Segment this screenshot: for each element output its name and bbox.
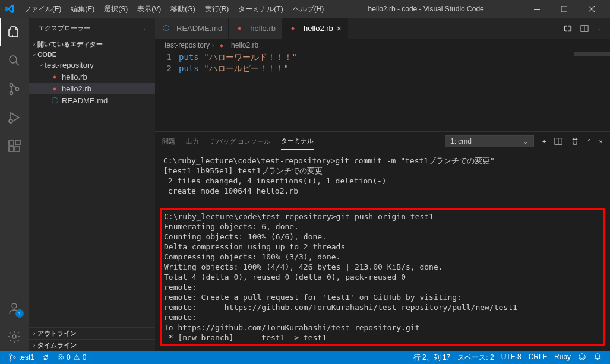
close-tab-icon[interactable]: ×	[337, 24, 342, 33]
tab-hello[interactable]: ◆ hello.rb	[229, 18, 282, 39]
branch-status[interactable]: test1	[5, 351, 38, 364]
svg-point-4	[10, 92, 13, 95]
svg-rect-8	[9, 147, 14, 151]
sidebar: エクスプローラー ··· › 開いているエディター › CODE › test-…	[29, 18, 155, 351]
errors-status[interactable]: 0 0	[53, 351, 90, 364]
maximize-panel-icon[interactable]: ^	[587, 138, 590, 145]
settings-icon[interactable]	[0, 322, 29, 351]
eol-status[interactable]: CRLF	[525, 353, 551, 361]
panel-tab-problems[interactable]: 問題	[162, 134, 175, 150]
menu-help[interactable]: ヘルプ(H)	[288, 2, 329, 17]
svg-point-5	[16, 88, 19, 91]
compare-icon[interactable]	[564, 24, 572, 33]
line-numbers: 1 2	[155, 52, 179, 131]
svg-rect-9	[15, 147, 20, 151]
menu-go[interactable]: 移動(G)	[166, 2, 200, 17]
info-icon: ⓘ	[161, 24, 170, 33]
tree-file[interactable]: ◆ hello.rb	[29, 71, 155, 83]
tree-file[interactable]: ⓘ README.md	[29, 94, 155, 106]
more-icon[interactable]: ···	[597, 24, 603, 33]
new-terminal-icon[interactable]: +	[542, 138, 546, 145]
folder-root-label: CODE	[37, 51, 56, 58]
menu-edit[interactable]: 編集(E)	[66, 2, 99, 17]
extensions-icon[interactable]	[0, 132, 29, 160]
folder-name: test-repository	[45, 61, 93, 69]
minimap[interactable]	[562, 52, 610, 131]
debug-icon[interactable]	[0, 103, 29, 132]
terminal-output: C:\ruby_lecture\code\test-repository>git…	[163, 156, 602, 196]
ruby-icon: ◆	[50, 72, 59, 81]
menu-run[interactable]: 実行(R)	[200, 2, 234, 17]
menu-file[interactable]: ファイル(F)	[19, 2, 66, 17]
svg-rect-1	[561, 6, 567, 12]
split-icon[interactable]	[580, 24, 589, 33]
panel-tab-terminal[interactable]: ターミナル	[281, 133, 314, 150]
open-editors-section[interactable]: › 開いているエディター	[29, 39, 155, 50]
breadcrumb[interactable]: test-repository › ◆ hello2.rb	[155, 39, 610, 52]
feedback-icon[interactable]	[574, 353, 590, 361]
tree-folder[interactable]: › test-repository	[29, 59, 155, 71]
menu-selection[interactable]: 選択(S)	[99, 2, 132, 17]
maximize-button[interactable]	[551, 0, 578, 18]
panel-tab-debug-console[interactable]: デバッグ コンソール	[210, 134, 270, 150]
folder-root-section[interactable]: › CODE	[29, 50, 155, 59]
svg-point-11	[12, 303, 17, 308]
svg-point-23	[579, 353, 586, 360]
ruby-icon: ◆	[235, 24, 244, 33]
close-button[interactable]	[578, 0, 605, 18]
timeline-label: タイムライン	[37, 341, 77, 350]
panel: 問題 出力 デバッグ コンソール ターミナル 1: cmd ⌄ + ^ × C:…	[155, 131, 610, 351]
tabs-actions: ···	[557, 18, 610, 39]
sync-status[interactable]	[38, 351, 53, 364]
breadcrumb-item[interactable]: test-repository	[165, 41, 210, 49]
svg-point-24	[581, 355, 581, 356]
terminal-selector[interactable]: 1: cmd ⌄	[445, 135, 534, 147]
ruby-icon: ◆	[288, 24, 298, 33]
notifications-icon[interactable]	[590, 353, 605, 361]
sidebar-more-icon[interactable]: ···	[140, 25, 146, 32]
trash-icon[interactable]	[571, 137, 579, 145]
file-name: hello.rb	[62, 72, 87, 81]
menu-view[interactable]: 表示(V)	[132, 2, 166, 17]
ruby-icon: ◆	[50, 84, 59, 93]
breadcrumb-item[interactable]: hello2.rb	[231, 41, 258, 49]
encoding-status[interactable]: UTF-8	[498, 353, 525, 361]
search-icon[interactable]	[0, 46, 29, 75]
info-icon: ⓘ	[50, 96, 59, 105]
indent-status[interactable]: スペース: 2	[454, 353, 497, 363]
activitybar: 1	[0, 18, 29, 351]
tab-label: README.md	[176, 24, 222, 33]
terminal[interactable]: C:\ruby_lecture\code\test-repository>git…	[155, 151, 610, 351]
open-editors-label: 開いているエディター	[37, 40, 103, 49]
svg-point-3	[10, 84, 13, 87]
statusbar: test1 0 0 行 2、列 17 スペース: 2 UTF-8 CRLF Ru…	[0, 351, 610, 364]
tab-hello2[interactable]: ◆ hello2.rb ×	[282, 18, 348, 39]
tab-readme[interactable]: ⓘ README.md	[155, 18, 229, 39]
svg-point-2	[10, 56, 17, 63]
panel-tab-output[interactable]: 出力	[186, 134, 199, 150]
close-panel-icon[interactable]: ×	[599, 138, 603, 145]
window-controls	[523, 0, 605, 18]
explorer-icon[interactable]	[0, 18, 29, 46]
chevron-right-icon: ›	[212, 41, 214, 49]
accounts-icon[interactable]: 1	[0, 294, 29, 322]
editor[interactable]: 1 2 puts "ハローワールド！！！" puts "ハロールビー！！！"	[155, 52, 610, 131]
cursor-position[interactable]: 行 2、列 17	[410, 353, 454, 363]
menu-terminal[interactable]: ターミナル(T)	[233, 2, 287, 17]
errors-count: 0	[67, 353, 71, 362]
language-status[interactable]: Ruby	[551, 353, 574, 361]
split-terminal-icon[interactable]	[554, 137, 562, 145]
source-control-icon[interactable]	[0, 75, 29, 103]
tree-file[interactable]: ◆ hello2.rb	[29, 83, 155, 94]
timeline-section[interactable]: › タイムライン	[29, 339, 155, 351]
code-content[interactable]: puts "ハローワールド！！！" puts "ハロールビー！！！"	[179, 52, 562, 131]
minimize-button[interactable]	[523, 0, 551, 18]
file-name: README.md	[62, 96, 108, 105]
svg-point-18	[10, 359, 11, 361]
sidebar-title: エクスプローラー	[38, 24, 90, 33]
vscode-logo-icon	[5, 4, 14, 14]
highlighted-terminal-output: C:\ruby_lecture\code\test-repository>git…	[160, 208, 605, 346]
panel-tabs: 問題 出力 デバッグ コンソール ターミナル 1: cmd ⌄ + ^ ×	[155, 132, 610, 151]
tab-label: hello2.rb	[304, 24, 333, 33]
outline-section[interactable]: › アウトライン	[29, 327, 155, 339]
